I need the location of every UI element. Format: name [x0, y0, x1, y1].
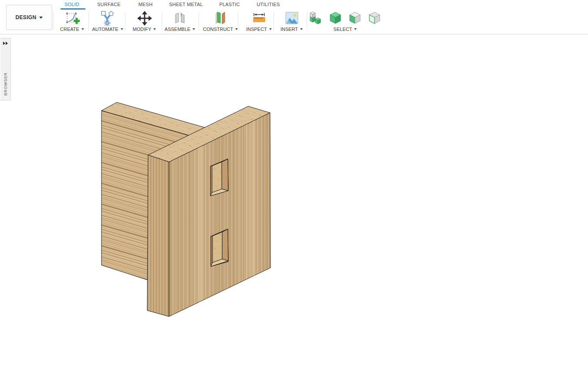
inspect-dropdown[interactable]: INSPECT [240, 27, 277, 32]
create-dropdown[interactable]: CREATE [54, 27, 91, 32]
insert-dropdown[interactable]: INSERT [274, 27, 309, 32]
assemble-dropdown[interactable]: ASSEMBLE [162, 27, 198, 32]
browser-panel-label: BROWSER [3, 72, 8, 96]
tab-solid[interactable]: SOLID [64, 0, 79, 9]
toolbar-group-create: CREATE [54, 10, 91, 34]
construct-dropdown[interactable]: CONSTRUCT [201, 27, 240, 32]
toolbar-divider [199, 12, 199, 30]
chevron-down-icon [153, 28, 156, 30]
automate-dropdown[interactable]: AUTOMATE [89, 27, 126, 32]
tab-plastic[interactable]: PLASTIC [219, 0, 240, 9]
viewport-canvas[interactable] [0, 0, 588, 374]
browser-panel-collapsed[interactable]: BROWSER [0, 38, 11, 101]
chevron-down-icon [354, 28, 357, 30]
chevron-down-icon [193, 28, 195, 30]
wood-joint-model [101, 102, 270, 317]
toolbar-group-modify: MODIFY [126, 10, 163, 34]
insert-image-icon[interactable] [284, 10, 300, 27]
tab-sheet-metal[interactable]: SHEET METAL [169, 0, 203, 9]
assemble-panels-icon[interactable] [172, 10, 188, 27]
measure-ruler-icon[interactable] [251, 10, 267, 27]
design-menu-label: DESIGN [16, 14, 37, 20]
chevron-down-icon [269, 28, 272, 30]
tab-utilities[interactable]: UTILITIES [257, 0, 280, 9]
toolbar-divider [238, 12, 238, 30]
tab-surface[interactable]: SURFACE [97, 0, 120, 9]
chevron-down-icon [81, 28, 84, 30]
toolbar-group-construct: CONSTRUCT [201, 10, 240, 34]
cube-gray-top-icon[interactable] [348, 10, 362, 26]
move-cross-icon[interactable] [137, 10, 152, 27]
modify-dropdown[interactable]: MODIFY [126, 27, 163, 32]
toolbar-divider [125, 12, 125, 30]
sketch-create-icon[interactable] [64, 10, 80, 27]
chevron-down-icon [300, 28, 303, 30]
toolbar-group-insert: INSERT [274, 10, 309, 34]
toolbar-group-automate: AUTOMATE [89, 10, 126, 34]
toolbar-group-inspect: INSPECT [240, 10, 277, 34]
automate-branch-icon[interactable] [100, 10, 115, 27]
select-dropdown[interactable]: SELECT [307, 27, 384, 32]
top-toolbar: DESIGN SOLID SURFACE MESH SHEET METAL PL… [0, 0, 588, 34]
toolbar-group-select: SELECT [307, 10, 384, 34]
construct-planes-icon[interactable] [213, 10, 228, 27]
chevron-down-icon [39, 17, 43, 19]
solid-cube-icon[interactable] [328, 10, 343, 26]
double-arrow-right-icon [3, 41, 8, 45]
transparent-cube-icon[interactable] [367, 10, 382, 26]
chevron-down-icon [121, 28, 123, 30]
stacked-cubes-icon[interactable] [308, 10, 323, 26]
design-workspace-menu[interactable]: DESIGN [6, 5, 52, 30]
tab-mesh[interactable]: MESH [139, 0, 153, 9]
toolbar-group-assemble: ASSEMBLE [162, 10, 198, 34]
toolbar-divider [88, 12, 89, 30]
